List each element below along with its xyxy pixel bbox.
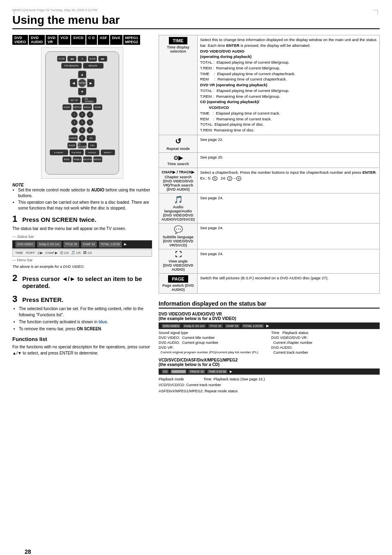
nav-left-btn[interactable]: ◀ [70, 79, 77, 87]
dvd-label-audionum: DVD AUDIO: [271, 345, 380, 350]
corner-mark-tl [14, 10, 19, 15]
remote-num-row1: 1 2 3 [71, 111, 93, 118]
func-row-audio: 🎵 Audio language/Audio (DVD VIDEO/DVD AU… [159, 193, 380, 223]
menu-bar-example: TIME ↺OFF ◎▶ CHAP.▶ ⓓ 1/3 🎵 1/5 🖼 1/3 [12, 249, 152, 257]
vcd-labels: Playback mode Time Playback status (See … [159, 376, 380, 394]
remote-sleep-row: SLEEP TV RETURN 100+ [67, 143, 97, 148]
step-2-title: Press cursor ◄/► to select an item to be… [22, 275, 152, 289]
note-section: NOTE Set the remote control mode selecto… [12, 183, 152, 211]
remote-btn-sleep: SLEEP [67, 143, 76, 148]
remote-btn-0: 0 [79, 135, 85, 141]
step-3-bullet-1: The selected function can be set. For th… [19, 306, 152, 318]
remote-btn-rew: ◀◀ [67, 56, 76, 62]
status-seg-dvd: DVD-VIDEO [16, 242, 35, 248]
remote-btn-4: 4 [71, 119, 78, 126]
vcd-seg-track: TRACK 33 [189, 370, 205, 373]
func-row-repeat: ↺ Repeat mode See page 22. [159, 135, 380, 153]
dvd-label-audio: DVD AUDIO: Current group number [159, 341, 267, 345]
dvd-label-tracknum: Current track number [271, 350, 380, 355]
remote-btn-audio: AUDIO [62, 104, 71, 110]
func-icon-chapsearch: CHAP.▶ / TRACK▶ Chapter search (DVD VIDE… [159, 168, 198, 193]
menu-audio: ⓓ 1/3 [60, 251, 69, 256]
dvd-right-labels: Time Playback status DVD VIDEO/DVD VR: C… [271, 331, 380, 355]
func-name-repeat: Repeat mode [161, 147, 195, 151]
badge-asf: ASF [98, 35, 109, 45]
func-name-time: Time display selection [161, 45, 195, 53]
badge-cd: C D [86, 35, 97, 45]
info-vcd-title: VCD/SVCD/CD/ASF/DivX/MPEG1/MPEG2(the exa… [159, 358, 380, 367]
functions-list-intro: For the functions with no special descri… [12, 344, 152, 356]
step-3: 3 Press ENTER. The selected function can… [12, 295, 152, 332]
func-name-chapsearch: Chapter search (DVD VIDEO/DVD VR)/Track … [161, 175, 195, 191]
menu-chap: CHAP.▶ [45, 251, 57, 256]
step-1-title: Press ON SCREEN twice. [22, 216, 96, 223]
step-3-title: Press ENTER. [22, 296, 63, 303]
vcd-label-repeatmode: ASF/DivX/MPEG1/MPEG2: Repeat mode status [159, 388, 380, 394]
dvd-left-labels: Sound signal type DVD VIDEO: Current tit… [159, 331, 267, 355]
nav-down-btn[interactable]: ▼ [78, 88, 86, 95]
badge-mpeg1: MPEG1MPEG2 [123, 35, 141, 45]
badge-divx: DivX [110, 35, 122, 45]
func-row-timesearch: ⊙▶ Time search See page 20. [159, 153, 380, 168]
header-note: EX-D11[U].book Page 28 Tuesday, May 30, … [12, 8, 380, 12]
func-desc-subtitle: See page 24. [198, 223, 380, 249]
remote-top-menu-row: TOP MENU/PG MENU/PL [61, 63, 104, 69]
compat-badges: DVDVIDEO DVDAUDIO DVDVR VCD SVCD C D ASF… [12, 35, 152, 45]
func-icon-page: PAGE Page switch (DVD AUDIO) [159, 274, 198, 294]
status-bar-example: DVD-VIDEO Dolby D 3/2.1ch TITLE 33 CHAP … [12, 240, 152, 249]
func-row-time: TIME Time display selection Select this … [159, 35, 380, 135]
dvd-status-example: DVD-VIDEO Dolby D 3/2.1ch TITLE 33 CHAP … [159, 322, 380, 329]
nav-cross: ▲ ◀ ENTER ▶ ▼ [70, 71, 95, 95]
func-desc-repeat: See page 22. [198, 135, 380, 153]
menu-time: TIME [15, 251, 23, 256]
dvd-labels: Sound signal type DVD VIDEO: Current tit… [159, 331, 380, 355]
remote-bass-row: BASS TREBLE REPLAY/A4 REPEAT [62, 157, 102, 162]
menu-repeat: ↺OFF [25, 251, 35, 256]
func-icon-angle: ⛶ View angle(DVD VIDEO/DVD AUDIO) [159, 249, 198, 274]
remote-btn-bass: BASS [62, 157, 71, 162]
remote-btn-8: 8 [79, 127, 85, 134]
nav-right-btn[interactable]: ▶ [87, 79, 95, 87]
remote-btn-cancel: CANCEL [69, 135, 78, 141]
step-1: 1 Press ON SCREEN twice. The status bar … [12, 214, 152, 269]
status-seg-chap: CHAP 33 [81, 242, 97, 248]
func-name-audio: Audio language/Audio (DVD VIDEO/DVD AUDI… [161, 205, 195, 221]
remote-btn-setup: SET UP [68, 97, 81, 103]
nav-enter-btn[interactable]: ENTER [78, 79, 86, 87]
remote-btn-10plus: 10+ [87, 135, 96, 141]
dvd-label-chapnum: Current chapter number [271, 341, 380, 345]
dvd-seg-type: DVD-VIDEO [162, 324, 180, 328]
time-badge: TIME [169, 37, 187, 44]
vcd-seg-play: ▶ [230, 370, 232, 373]
remote-btn-standby: A.STANDBY [50, 150, 68, 155]
remote-btn-flow: FLOW [57, 56, 66, 62]
badge-dvd-vr: DVDVR [46, 35, 58, 45]
func-desc-audio: See page 24. [198, 193, 380, 223]
func-icon-timesearch: ⊙▶ Time search [159, 153, 198, 168]
corner-mark-tr [373, 10, 378, 15]
remote-btn-replayad: REPLAY/A4 [83, 157, 92, 162]
func-icon-subtitle: 💬 Subtitle language (DVD VIDEO/DVD VR/SV… [159, 223, 198, 249]
menu-bar-label: — Menu bar [12, 258, 152, 263]
remote-btn-fwd: ▶▶ [98, 56, 107, 62]
step-1-number: 1 [12, 214, 17, 223]
badge-svcd: SVCD [71, 35, 85, 45]
func-desc-timesearch: See page 20. [198, 153, 380, 168]
func-desc-time: Select this to change time information d… [198, 35, 380, 135]
dvd-label-vrvideo: DVD VIDEO/DVD VR: [271, 336, 380, 340]
remote-btn-subtitle: SUBTITLE [73, 104, 82, 110]
func-desc-chapsearch: Select a chapter/track. Press the number… [198, 168, 380, 193]
chapsearch-icon: CHAP.▶ / TRACK▶ [162, 170, 195, 174]
note-list: Set the remote control mode selector to … [18, 187, 152, 211]
remote-num-row3: 7 8 9 [71, 127, 93, 134]
dvd-label-video: DVD VIDEO: Current title number [159, 336, 267, 340]
remote-transport-row: FLOW ◀◀ ⏸ SLOW ▶▶ [57, 56, 107, 62]
functions-list-section: Functions list For the functions with no… [12, 336, 152, 356]
vcd-label-tracknum: VCD/SVCD/CD: Current track number [159, 382, 380, 388]
dvd-label-vr: DVD VR: [159, 345, 267, 350]
step-1-example-note: The above is an example for a DVD VIDEO. [12, 264, 152, 270]
nav-up-btn[interactable]: ▲ [78, 71, 86, 78]
func-icon-time: TIME Time display selection [159, 35, 198, 135]
remote-btn-2: 2 [79, 111, 85, 118]
function-table: TIME Time display selection Select this … [159, 35, 380, 294]
